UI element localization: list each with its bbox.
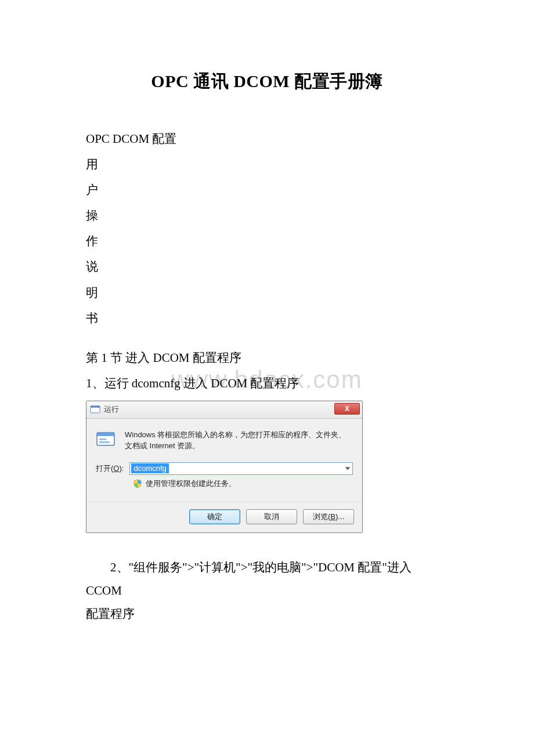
open-label: 打开(O): bbox=[96, 463, 124, 474]
intro-block: OPC DCOM 配置 用 户 操 作 说 明 书 bbox=[86, 126, 448, 331]
close-icon: X bbox=[345, 405, 349, 413]
svg-rect-3 bbox=[97, 433, 114, 436]
svg-rect-4 bbox=[99, 438, 106, 440]
browse-label-hotkey: B bbox=[330, 512, 335, 521]
step-2-line2: 配置程序 bbox=[86, 607, 135, 621]
intro-vertical-char: 作 bbox=[86, 228, 448, 254]
open-label-hotkey: O bbox=[113, 464, 119, 473]
cancel-button-label: 取消 bbox=[264, 512, 279, 522]
open-label-suffix: ): bbox=[119, 464, 124, 473]
cancel-button[interactable]: 取消 bbox=[246, 509, 297, 524]
intro-vertical-char: 户 bbox=[86, 177, 448, 203]
open-input-value: dcomcnfg bbox=[131, 463, 168, 473]
intro-vertical-char: 说 bbox=[86, 254, 448, 279]
admin-privilege-text: 使用管理权限创建此任务。 bbox=[146, 478, 236, 489]
run-description-text: Windows 将根据您所输入的名称，为您打开相应的程序、文件夹、文档或 Int… bbox=[125, 429, 353, 452]
intro-vertical-char: 用 bbox=[86, 152, 448, 177]
section-1: 第 1 节 进入 DCOM 配置程序 1、运行 dcomcnfg 进入 DCOM… bbox=[86, 345, 448, 396]
section-heading: 第 1 节 进入 DCOM 配置程序 bbox=[86, 345, 448, 370]
svg-rect-5 bbox=[99, 441, 110, 443]
run-dialog: 运行 X Windows 将根据您所输入的名称，为您打开相应的程序、文件夹、文档… bbox=[86, 401, 363, 533]
run-dialog-title: 运行 bbox=[104, 404, 119, 415]
run-open-row: 打开(O): dcomcnfg bbox=[96, 462, 353, 475]
step-2-paragraph: 2、"组件服务">"计算机">"我的电脑">"DCOM 配置"进入 CCOM 配… bbox=[86, 556, 448, 626]
intro-vertical-char: 书 bbox=[86, 305, 448, 331]
open-combobox[interactable]: dcomcnfg bbox=[129, 462, 353, 475]
step-2-line1: 2、"组件服务">"计算机">"我的电脑">"DCOM 配置"进入 CCOM bbox=[86, 556, 448, 603]
page-title: OPC 通讯 DCOM 配置手册簿 bbox=[86, 70, 448, 93]
run-app-icon bbox=[96, 430, 117, 448]
browse-label-suffix: )... bbox=[335, 512, 344, 521]
run-dialog-body: Windows 将根据您所输入的名称，为您打开相应的程序、文件夹、文档或 Int… bbox=[86, 419, 362, 502]
open-label-prefix: 打开( bbox=[96, 464, 113, 473]
shield-icon bbox=[133, 479, 142, 488]
intro-vertical-char: 操 bbox=[86, 203, 448, 228]
chevron-down-icon bbox=[345, 467, 350, 470]
step-text: 1、运行 dcomcnfg 进入 DCOM 配置程序 bbox=[86, 370, 448, 396]
intro-line: OPC DCOM 配置 bbox=[86, 126, 448, 152]
run-window-icon bbox=[90, 405, 100, 413]
run-titlebar: 运行 X bbox=[86, 401, 362, 419]
ok-button-label: 确定 bbox=[207, 512, 222, 522]
run-admin-row: 使用管理权限创建此任务。 bbox=[96, 478, 353, 489]
run-dialog-footer: 确定 取消 浏览(B)... bbox=[86, 502, 362, 532]
browse-label-prefix: 浏览( bbox=[313, 512, 330, 522]
document-page: OPC 通讯 DCOM 配置手册簿 OPC DCOM 配置 用 户 操 作 说 … bbox=[0, 0, 534, 626]
run-description-row: Windows 将根据您所输入的名称，为您打开相应的程序、文件夹、文档或 Int… bbox=[96, 429, 353, 452]
intro-vertical-char: 明 bbox=[86, 280, 448, 305]
close-button[interactable]: X bbox=[334, 403, 360, 415]
browse-button[interactable]: 浏览(B)... bbox=[303, 509, 354, 524]
ok-button[interactable]: 确定 bbox=[189, 509, 240, 524]
svg-rect-1 bbox=[91, 406, 100, 408]
